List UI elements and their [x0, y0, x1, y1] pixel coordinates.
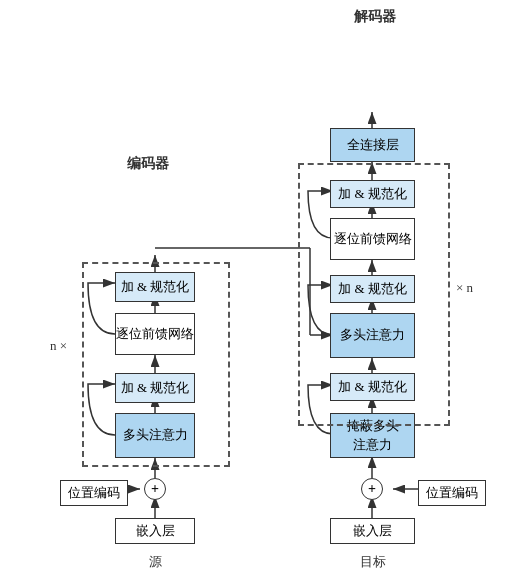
encoder-label: 编码器 [88, 155, 208, 173]
target-label: 目标 [330, 553, 415, 571]
decoder-n-times: × n [456, 280, 473, 296]
encoder-add-circle: + [144, 478, 166, 500]
source-label: 源 [115, 553, 195, 571]
decoder-dashed-box [298, 163, 450, 426]
decoder-position-encoding: 位置编码 [418, 480, 486, 506]
encoder-dashed-box [82, 262, 230, 467]
decoder-embedding: 嵌入层 [330, 518, 415, 544]
diagram: 解码器 编码器 加 & 规范化 逐位前馈网络 加 & 规范化 多头注意力 + 位… [0, 0, 527, 574]
decoder-add-circle: + [361, 478, 383, 500]
decoder-fully-connected: 全连接层 [330, 128, 415, 162]
decoder-label: 解码器 [295, 8, 455, 26]
encoder-embedding: 嵌入层 [115, 518, 195, 544]
encoder-position-encoding: 位置编码 [60, 480, 128, 506]
encoder-n-times: n × [50, 338, 67, 354]
